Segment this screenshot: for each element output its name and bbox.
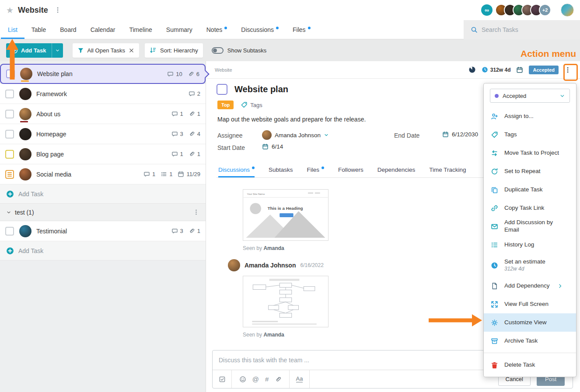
tags-chip[interactable]: Tags bbox=[241, 101, 262, 108]
tab-list[interactable]: List bbox=[1, 20, 24, 39]
search-tasks-box[interactable] bbox=[464, 20, 580, 39]
start-date-value[interactable]: 6/14 bbox=[262, 143, 283, 150]
status-badge[interactable]: Accepted bbox=[529, 66, 559, 74]
clear-filter-icon[interactable] bbox=[129, 48, 134, 53]
search-input[interactable] bbox=[482, 26, 569, 33]
hashtag-icon[interactable]: # bbox=[265, 375, 269, 383]
detail-tab-files[interactable]: Files bbox=[307, 162, 325, 177]
priority-badge[interactable]: Top bbox=[217, 101, 234, 109]
menu-item-label: Copy Task Link bbox=[504, 205, 544, 212]
tab-notes[interactable]: Notes bbox=[199, 20, 234, 39]
menu-item-move-task-to-project[interactable]: Move Task to Project bbox=[484, 144, 576, 162]
task-checkbox[interactable] bbox=[6, 69, 15, 78]
tab-calendar[interactable]: Calendar bbox=[84, 20, 122, 39]
task-complete-checkbox[interactable] bbox=[217, 84, 227, 95]
task-row[interactable]: About us11 bbox=[0, 104, 206, 124]
menu-item-label: Move Task to Project bbox=[504, 149, 559, 157]
menu-item-sublabel: 312w 4d bbox=[504, 266, 545, 272]
tag-icon bbox=[241, 101, 248, 108]
task-row[interactable]: Website plan106 bbox=[0, 64, 206, 84]
menu-item-set-an-estimate[interactable]: Set an estimate312w 4d bbox=[484, 254, 576, 277]
profile-avatar[interactable] bbox=[561, 3, 574, 17]
add-task-button[interactable]: Add Task bbox=[6, 43, 63, 58]
menu-item-add-discussion-by-email[interactable]: Add Discussion by Email bbox=[484, 217, 576, 236]
menu-item-add-dependency[interactable]: Add Dependency bbox=[484, 277, 576, 295]
avatar-overflow-badge[interactable]: +2 bbox=[539, 4, 551, 16]
attachment-count: 1 bbox=[197, 111, 200, 117]
composer-checklist-cell[interactable] bbox=[213, 370, 232, 388]
history-icon bbox=[491, 241, 498, 249]
add-task-row-2[interactable]: Add Task bbox=[0, 241, 206, 260]
task-checkbox[interactable] bbox=[5, 130, 14, 139]
detail-tab-dependencies[interactable]: Dependencies bbox=[377, 162, 415, 177]
clock-icon bbox=[491, 262, 498, 269]
composer-format-cell[interactable]: Aa bbox=[290, 370, 310, 388]
task-checkbox[interactable] bbox=[5, 90, 14, 98]
menu-item-text: Set an estimate312w 4d bbox=[504, 258, 545, 272]
filter-chip[interactable]: All Open Tasks bbox=[73, 43, 139, 58]
detail-tab-time-tracking[interactable]: Time Tracking bbox=[429, 162, 466, 177]
calendar-icon[interactable] bbox=[516, 66, 523, 73]
attachment-clip-icon[interactable] bbox=[275, 376, 282, 383]
task-checkbox[interactable] bbox=[5, 227, 14, 236]
menu-item-assign-to[interactable]: Assign to... bbox=[484, 107, 576, 125]
task-row[interactable]: Testimonial31 bbox=[0, 221, 206, 241]
mention-at-icon[interactable]: @ bbox=[252, 375, 259, 383]
sort-chip[interactable]: Sort: Hierarchy bbox=[145, 43, 203, 58]
status-select[interactable]: Accepted bbox=[490, 89, 570, 103]
tab-summary[interactable]: Summary bbox=[159, 20, 199, 39]
add-task-label: Add Task bbox=[21, 47, 46, 54]
move-icon bbox=[491, 149, 498, 157]
task-row[interactable]: Social media1111/29 bbox=[0, 164, 206, 184]
menu-item-archive-task[interactable]: Archive Task bbox=[484, 332, 576, 350]
project-menu-dots-icon[interactable] bbox=[54, 7, 61, 14]
favorite-star-icon[interactable]: ★ bbox=[6, 5, 14, 15]
task-row[interactable]: Blog page11 bbox=[0, 144, 206, 164]
estimate-indicator[interactable]: 312w 4d bbox=[482, 66, 511, 73]
task-row[interactable]: Homepage34 bbox=[0, 124, 206, 144]
tab-label: Files bbox=[293, 26, 306, 33]
discussion-image-website-mockup[interactable]: Your Site Name This is a Heading bbox=[243, 189, 328, 241]
task-checkbox[interactable] bbox=[5, 170, 14, 179]
emoji-icon[interactable] bbox=[239, 376, 246, 383]
group-menu-dots-icon[interactable] bbox=[193, 209, 199, 215]
detail-tab-followers[interactable]: Followers bbox=[338, 162, 363, 177]
show-subtasks-toggle[interactable]: Show Subtasks bbox=[212, 47, 267, 54]
task-group-header[interactable]: test (1) bbox=[0, 204, 206, 221]
progress-pie-icon[interactable] bbox=[468, 66, 476, 73]
chevron-down-icon bbox=[6, 210, 11, 215]
task-checkbox[interactable] bbox=[5, 110, 14, 118]
task-action-menu-dots-icon[interactable] bbox=[564, 66, 571, 73]
detail-tab-discussions[interactable]: Discussions bbox=[218, 162, 255, 177]
detail-tab-subtasks[interactable]: Subtasks bbox=[269, 162, 293, 177]
add-task-caret[interactable] bbox=[52, 43, 63, 58]
discussion-image-flowchart[interactable] bbox=[243, 276, 328, 327]
chevron-right-icon bbox=[557, 283, 563, 289]
menu-item-copy-task-link[interactable]: Copy Task Link bbox=[484, 199, 576, 217]
workspace-avatar[interactable]: ∞ bbox=[481, 4, 493, 16]
tab-table[interactable]: Table bbox=[24, 20, 53, 39]
menu-item-customize-view[interactable]: Customize View bbox=[484, 313, 576, 332]
tab-board[interactable]: Board bbox=[53, 20, 83, 39]
menu-item-view-full-screen[interactable]: View Full Screen bbox=[484, 295, 576, 313]
menu-item-duplicate-task[interactable]: Duplicate Task bbox=[484, 180, 576, 199]
task-meta: 31 bbox=[168, 228, 200, 234]
add-task-row[interactable]: Add Task bbox=[0, 184, 206, 204]
menu-item-history-log[interactable]: History Log bbox=[484, 236, 576, 254]
tab-discussions[interactable]: Discussions bbox=[234, 20, 286, 39]
assignee-value[interactable]: Amanda Johnson bbox=[262, 130, 329, 140]
task-row[interactable]: Framework2 bbox=[0, 84, 206, 104]
sort-icon bbox=[150, 47, 157, 54]
check-square-icon bbox=[219, 376, 226, 383]
tab-timeline[interactable]: Timeline bbox=[122, 20, 159, 39]
menu-item-delete-task[interactable]: Delete Task bbox=[484, 356, 576, 374]
mockup-site-name: Your Site Name bbox=[247, 193, 265, 195]
menu-item-tags[interactable]: Tags bbox=[484, 125, 576, 144]
chevron-down-icon bbox=[55, 48, 60, 53]
comment-icon bbox=[171, 151, 178, 157]
menu-item-set-to-repeat[interactable]: Set to Repeat bbox=[484, 162, 576, 180]
detail-header-actions: 312w 4d Accepted bbox=[468, 66, 571, 74]
end-date-value[interactable]: 6/12/2030 bbox=[442, 131, 478, 138]
tab-files[interactable]: Files bbox=[286, 20, 318, 39]
task-checkbox[interactable] bbox=[5, 150, 14, 159]
